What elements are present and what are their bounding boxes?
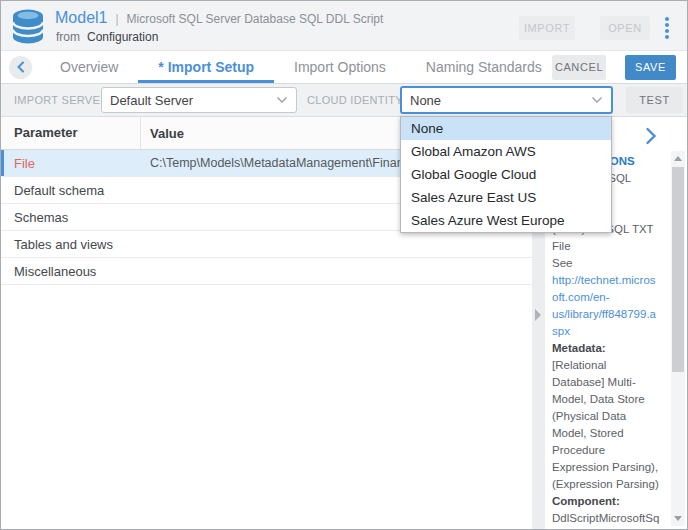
tab-list: Overview* Import SetupImport OptionsNami… (40, 51, 562, 83)
from-value: Configuration (87, 30, 158, 44)
parameter-cell: Miscellaneous (1, 264, 141, 279)
scroll-up-icon[interactable] (674, 156, 682, 161)
dropdown-option-none[interactable]: None (401, 117, 611, 140)
annotation-line: File (552, 238, 668, 255)
tab-naming-standards[interactable]: Naming Standards (406, 51, 562, 83)
tab-scroll-left-button[interactable] (9, 56, 32, 79)
annotation-line: (Physical Data (552, 408, 668, 425)
import-server-value: Default Server (110, 93, 193, 108)
dropdown-option-sales-azure-east-us[interactable]: Sales Azure East US (401, 186, 611, 209)
annotation-line: Database] Multi- (552, 374, 668, 391)
tab-label: Import Options (294, 59, 386, 75)
scrollbar-thumb[interactable] (672, 167, 684, 372)
annotation-line: Component: (552, 493, 668, 510)
annotation-line: [Relational (552, 357, 668, 374)
model-subtitle: Microsoft SQL Server Database SQL DDL Sc… (127, 12, 384, 26)
table-row-tables-and-views[interactable]: Tables and views (1, 231, 532, 258)
table-row-miscellaneous[interactable]: Miscellaneous (1, 258, 532, 285)
annotation-link-line[interactable]: us/library/ff848799.a (552, 306, 668, 323)
annotation-line: (Expression Parsing) (552, 476, 668, 493)
dropdown-option-sales-azure-west-europe[interactable]: Sales Azure West Europe (401, 209, 611, 232)
tab-import-setup[interactable]: * Import Setup (138, 51, 274, 83)
app-window: Model1 | Microsoft SQL Server Database S… (0, 0, 688, 530)
annotation-line: Expression Parsing), (552, 459, 668, 476)
tab-import-options[interactable]: Import Options (274, 51, 406, 83)
import-toolbar: IMPORT SERVER Default Server CLOUD IDENT… (1, 84, 687, 117)
import-server-label: IMPORT SERVER (14, 84, 108, 116)
from-label: from (56, 30, 80, 44)
cloud-identity-label: CLOUD IDENTITY (307, 84, 403, 116)
chevron-down-icon (591, 96, 603, 104)
panel-scrollbar[interactable] (671, 151, 685, 526)
tab-label: Naming Standards (426, 59, 542, 75)
header: Model1 | Microsoft SQL Server Database S… (1, 1, 687, 51)
database-icon (11, 8, 45, 49)
cloud-identity-select[interactable]: None (400, 86, 613, 114)
parameter-cell: Default schema (1, 183, 141, 198)
chevron-down-icon (276, 96, 288, 104)
annotation-line: Model, Data Store (552, 391, 668, 408)
annotation-line: Metadata: (552, 340, 668, 357)
test-button[interactable]: TEST (626, 87, 683, 113)
save-button[interactable]: SAVE (625, 55, 676, 80)
tab-label: * Import Setup (158, 59, 254, 75)
dropdown-option-global-amazon-aws[interactable]: Global Amazon AWS (401, 140, 611, 163)
annotation-link-line[interactable]: spx (552, 323, 668, 340)
cloud-identity-value: None (410, 93, 441, 108)
parameter-cell: File (1, 156, 141, 171)
tab-overview[interactable]: Overview (40, 51, 138, 83)
annotation-line: Procedure (552, 442, 668, 459)
scroll-down-icon[interactable] (674, 516, 682, 521)
tab-label: Overview (60, 59, 118, 75)
splitter-collapse-handle[interactable] (535, 309, 541, 321)
model-title: Model1 (55, 9, 107, 27)
column-header-parameter: Parameter (1, 117, 141, 149)
dropdown-option-global-google-cloud[interactable]: Global Google Cloud (401, 163, 611, 186)
import-server-select[interactable]: Default Server (101, 87, 297, 113)
annotation-line: See (552, 255, 668, 272)
parameter-cell: Schemas (1, 210, 141, 225)
annotation-link-line[interactable]: oft.com/en- (552, 289, 668, 306)
title-separator: | (115, 12, 118, 26)
cloud-identity-dropdown-list: NoneGlobal Amazon AWSGlobal Google Cloud… (400, 116, 612, 233)
annotation-line: Model, Stored (552, 425, 668, 442)
import-button[interactable]: IMPORT (519, 16, 575, 40)
tab-bar: Overview* Import SetupImport OptionsNami… (1, 51, 687, 84)
annotation-line: DdlScriptMicrosoftSq (552, 510, 668, 527)
parameter-cell: Tables and views (1, 237, 141, 252)
more-options-icon[interactable] (665, 17, 670, 41)
open-button[interactable]: OPEN (600, 16, 650, 40)
annotation-link-line[interactable]: http://technet.micros (552, 272, 668, 289)
panel-collapse-icon[interactable] (645, 127, 657, 145)
cancel-button[interactable]: CANCEL (552, 55, 606, 80)
